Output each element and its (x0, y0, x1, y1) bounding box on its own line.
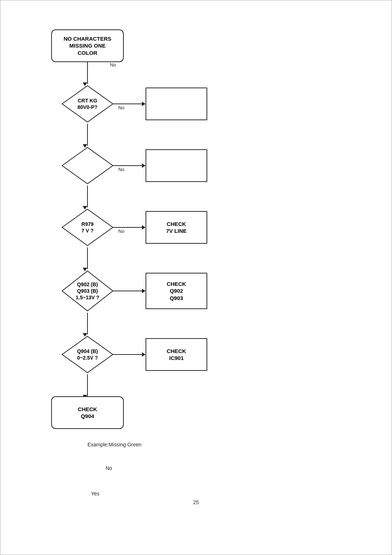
svg-marker-1 (62, 147, 113, 184)
no-label-3: No (118, 228, 124, 234)
no-label-1: No (118, 105, 124, 110)
arrow-1 (87, 62, 88, 84)
arrowhead-right-3 (142, 225, 146, 230)
diamond-5-text: Q904 (B)0~2.5V ? (77, 348, 98, 361)
bottom-box: CHECKQ904 (51, 396, 124, 429)
arrow-3 (87, 186, 88, 207)
yes-caption: Yes (91, 491, 99, 497)
right-box-3-text: CHECK7V LINE (166, 220, 187, 235)
diamond-3-text: R9797 V ? (81, 221, 93, 234)
arrow-5 (87, 313, 88, 335)
arrow-4 (87, 247, 88, 269)
right-box-2 (146, 149, 207, 182)
flowchart-diagram: NO CHARACTERSMISSING ONECOLOR No CRT KG8… (22, 15, 370, 516)
page-number: 25 (193, 499, 199, 505)
arrow-right-4 (113, 291, 142, 291)
arrow-right-5 (113, 354, 142, 355)
example-caption: Example:Missing Green (87, 442, 142, 447)
page: NO CHARACTERSMISSING ONECOLOR No CRT KG8… (0, 0, 392, 555)
right-box-1 (146, 88, 207, 120)
no-label-2: No (118, 167, 124, 172)
arrow-6 (87, 374, 88, 396)
arrowhead-right-4 (142, 289, 146, 293)
right-box-3: CHECK7V LINE (146, 211, 207, 244)
arrow-right-3 (113, 227, 142, 228)
arrow-2 (87, 124, 88, 146)
no-caption: No (106, 465, 112, 471)
right-box-4: CHECKQ902Q903 (146, 273, 207, 309)
right-box-5: CHECKIC901 (146, 338, 207, 371)
arrowhead-right-2 (142, 163, 146, 168)
right-box-4-text: CHECKQ902Q903 (167, 280, 186, 302)
diamond-1-text: CRT KG80V0-P? (77, 97, 97, 110)
arrowhead-right-1 (142, 102, 146, 106)
arrow-right-1 (113, 104, 142, 104)
arrow-right-2 (113, 165, 142, 166)
top-box-text: NO CHARACTERSMISSING ONECOLOR (64, 35, 111, 57)
right-box-5-text: CHECKIC901 (167, 348, 186, 362)
no-label-top: No (110, 62, 116, 68)
arrowhead-right-5 (142, 352, 146, 357)
top-box: NO CHARACTERSMISSING ONECOLOR (51, 29, 124, 62)
diamond-4-text: Q902 (B)Q903 (B)1.5~13V ? (76, 281, 99, 301)
bottom-box-text: CHECKQ904 (78, 406, 97, 420)
